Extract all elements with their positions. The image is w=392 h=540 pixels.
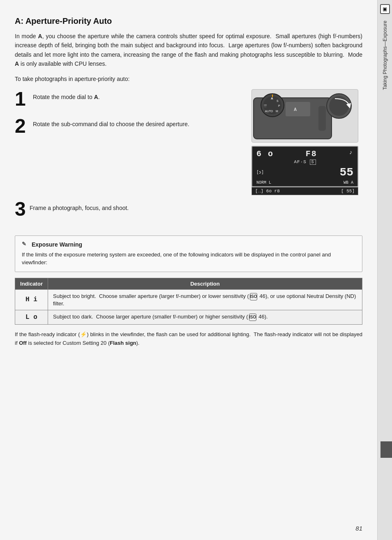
lcd-af-mode: AF·S	[294, 159, 306, 164]
lcd-row2: AF·S S	[256, 159, 353, 164]
warning-text: If the limits of the exposure metering s…	[22, 251, 355, 267]
sidebar: ▣ Taking Photographs—Exposure	[377, 0, 392, 540]
warning-title: ✎ Exposure Warning	[22, 241, 355, 248]
sensitivity-icon-1: ISO	[250, 293, 257, 300]
sensitivity-icon-2: ISO	[249, 314, 256, 321]
step-1: 1 Rotate the mode dial to A.	[15, 89, 241, 109]
step-2: 2 Rotate the sub-command dial to choose …	[15, 116, 241, 136]
step-2-number: 2	[15, 116, 30, 136]
lcd-aperture: F8	[306, 149, 317, 159]
indicator-table: Indicator Description H i Subject too br…	[15, 278, 362, 325]
footer-text: If the flash-ready indicator (⚡) blinks …	[15, 330, 362, 348]
svg-text:🎬: 🎬	[263, 104, 267, 108]
lcd-flash-icon: ♪	[349, 149, 353, 159]
description-hi: Subject too bright. Choose smaller apert…	[48, 289, 362, 310]
table-row: H i Subject too bright. Choose smaller a…	[15, 289, 362, 310]
viewfinder-strip: [‥] 6o r8 [ 55]	[251, 187, 358, 195]
warning-box: ✎ Exposure Warning If the limits of the …	[15, 235, 362, 272]
vf-left: [‥] 6o r8	[255, 188, 280, 194]
lcd-row1: 6 o F8 ♪	[256, 149, 353, 159]
col-indicator: Indicator	[15, 278, 48, 289]
main-content: A: Aperture-Priority Auto In mode A, you…	[0, 0, 377, 540]
camera-top-svg: A S P M AUTO 🎬	[253, 90, 357, 142]
lcd-s-indicator: S	[310, 159, 316, 165]
warning-icon: ✎	[22, 241, 29, 248]
svg-text:M: M	[276, 110, 278, 113]
table-row: L o Subject too dark. Choose larger aper…	[15, 310, 362, 324]
camera-lcd: 6 o F8 ♪ AF·S S [ↄ] 55 NORM L WB A	[251, 146, 358, 187]
col-description: Description	[48, 278, 362, 289]
sidebar-tab	[380, 441, 392, 458]
vf-right: [ 55]	[341, 189, 355, 194]
intro-paragraph: In mode A, you choose the aperture while…	[15, 32, 362, 69]
step-3-text: Frame a photograph, focus, and shoot.	[30, 199, 129, 212]
warning-title-text: Exposure Warning	[32, 241, 82, 248]
svg-text:S: S	[277, 99, 279, 102]
lcd-shutter: 6 o	[256, 149, 274, 159]
table-header-row: Indicator Description	[15, 278, 362, 289]
page-number: 81	[355, 525, 362, 532]
svg-text:P: P	[278, 104, 280, 107]
camera-top-image: A S P M AUTO 🎬	[251, 89, 358, 143]
sidebar-label: Taking Photographs—Exposure	[382, 21, 388, 90]
page-title: A: Aperture-Priority Auto	[15, 16, 362, 26]
svg-rect-14	[318, 106, 326, 131]
step-3: 3 Frame a photograph, focus, and shoot.	[15, 199, 362, 219]
svg-text:AUTO: AUTO	[265, 110, 273, 113]
svg-rect-12	[286, 102, 310, 116]
step-3-number: 3	[15, 199, 30, 219]
steps-1-2-section: 1 Rotate the mode dial to A. 2 Rotate th…	[15, 89, 362, 195]
description-lo: Subject too dark. Choose larger aperture…	[48, 310, 362, 324]
lcd-row3: [ↄ] 55	[256, 166, 353, 179]
lcd-bracket: [ↄ]	[256, 170, 264, 175]
lcd-norm: NORM L	[256, 180, 271, 185]
lcd-display: 6 o F8 ♪ AF·S S [ↄ] 55 NORM L WB A	[251, 146, 358, 195]
step-1-text: Rotate the mode dial to A.	[33, 89, 100, 102]
lcd-bottom: NORM L WB A	[256, 180, 353, 185]
indicator-lo: L o	[15, 310, 48, 324]
sidebar-icon: ▣	[380, 4, 390, 14]
steps-left: 1 Rotate the mode dial to A. 2 Rotate th…	[15, 89, 241, 195]
camera-illustrations: A S P M AUTO 🎬	[247, 89, 362, 195]
step-2-text: Rotate the sub-command dial to choose th…	[33, 116, 189, 129]
lcd-big-number: 55	[339, 166, 353, 179]
svg-text:A: A	[271, 97, 273, 100]
step-1-number: 1	[15, 89, 30, 109]
svg-text:A: A	[294, 107, 297, 112]
indicator-hi: H i	[15, 289, 48, 310]
subheading-text: To take photographs in aperture-priority…	[15, 74, 362, 83]
lcd-wb: WB A	[344, 180, 353, 185]
